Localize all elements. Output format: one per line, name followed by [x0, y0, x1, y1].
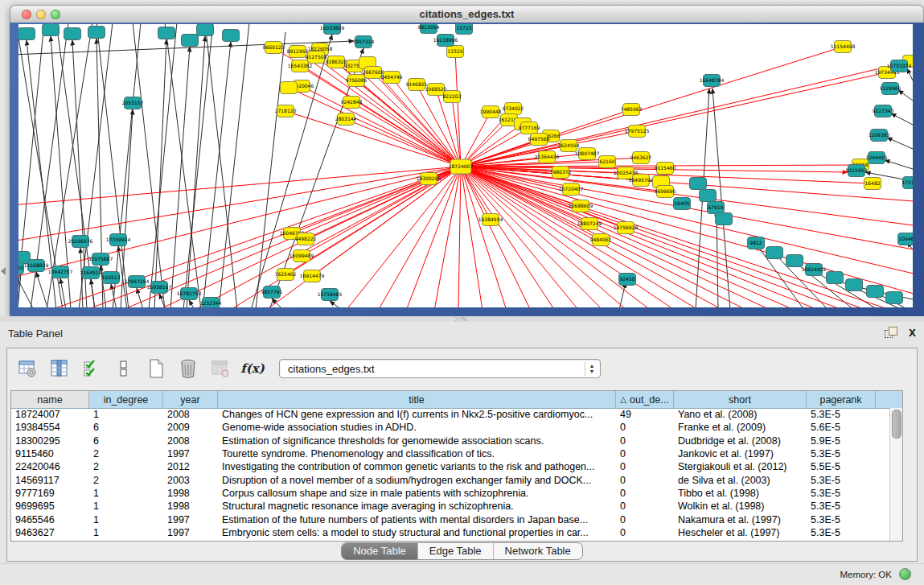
network-edge[interactable] [91, 279, 95, 307]
network-node[interactable] [886, 292, 903, 304]
table-cell[interactable]: 1997 [163, 514, 218, 525]
table-cell[interactable]: 18724007 [11, 409, 89, 420]
network-canvas[interactable]: 1830029586601238912955182260589127503165… [18, 24, 913, 307]
network-window-titlebar[interactable]: citations_edges.txt [10, 5, 924, 23]
network-node[interactable] [716, 213, 733, 225]
network-edge[interactable] [251, 35, 332, 307]
panel-collapse-arrow-icon[interactable] [1, 267, 6, 275]
network-edge[interactable] [165, 24, 201, 307]
table-cell[interactable]: 5.3E-5 [807, 501, 876, 512]
table-cell[interactable]: Embryonic stem cells: a model to study s… [218, 527, 616, 538]
network-edge[interactable] [272, 299, 283, 307]
table-cell[interactable]: Disruption of a novel member of a sodium… [218, 475, 616, 486]
table-cell[interactable]: 5.3E-5 [807, 448, 876, 459]
panel-splitter[interactable] [0, 316, 924, 322]
table-cell[interactable]: Yano et al. (2008) [674, 409, 807, 420]
table-cell[interactable]: 5.3E-5 [807, 527, 876, 538]
network-edge[interactable] [458, 167, 461, 307]
table-row[interactable]: 1872400712008Changes of HCN gene express… [11, 408, 890, 421]
network-node[interactable] [846, 279, 863, 291]
network-edge[interactable] [113, 24, 141, 307]
table-cell[interactable]: 0 [616, 501, 674, 512]
network-edge[interactable] [461, 167, 796, 307]
table-cell[interactable]: 1998 [163, 488, 218, 499]
row-height-icon[interactable] [112, 356, 136, 381]
table-cell[interactable]: 14569117 [11, 475, 89, 486]
table-cell[interactable]: 5.3E-5 [807, 409, 876, 420]
table-row[interactable]: 911546021997Tourette syndrome. Phenomeno… [11, 447, 890, 460]
table-cell[interactable]: 5.6E-5 [807, 422, 876, 433]
network-edge[interactable] [189, 300, 195, 307]
column-header-short[interactable]: short [674, 391, 807, 408]
table-cell[interactable]: Franke et al. (2009) [674, 422, 807, 433]
network-edge[interactable] [289, 88, 461, 167]
table-cell[interactable]: 1997 [163, 448, 218, 459]
network-node[interactable] [18, 28, 35, 40]
citation-network-graph[interactable]: 1830029586601238912955182260589127503165… [18, 24, 913, 307]
network-edge[interactable] [170, 47, 190, 307]
network-edge[interactable] [351, 102, 461, 167]
network-edge[interactable] [205, 24, 237, 307]
column-header-year[interactable]: year [163, 391, 218, 408]
network-edge[interactable] [891, 113, 913, 125]
column-header-name[interactable]: name [11, 391, 89, 408]
close-panel-icon[interactable]: x [909, 327, 916, 338]
network-edge[interactable] [717, 211, 718, 307]
network-edge[interactable] [60, 278, 66, 307]
table-cell[interactable]: 9463627 [11, 527, 89, 538]
table-cell[interactable]: 2 [89, 448, 163, 459]
memory-ok-indicator[interactable] [899, 568, 911, 580]
table-cell[interactable]: 6 [89, 422, 163, 433]
table-cell[interactable]: 0 [616, 475, 674, 486]
table-cell[interactable]: 1 [89, 527, 163, 538]
table-cell[interactable]: 49 [616, 409, 674, 420]
network-edge[interactable] [455, 51, 461, 167]
splitter-grip-icon[interactable] [455, 317, 466, 321]
table-settings-icon[interactable] [15, 356, 39, 381]
network-edge[interactable] [461, 61, 911, 167]
column-header-in_degree[interactable]: in_degree [89, 391, 163, 408]
table-cell[interactable]: 1997 [163, 527, 218, 538]
table-row[interactable]: 946362711997Embryonic stem cells: a mode… [11, 526, 890, 539]
table-cell[interactable]: 2008 [163, 409, 218, 420]
table-vertical-scrollbar[interactable] [889, 408, 902, 541]
network-edge[interactable] [346, 167, 461, 307]
function-builder-icon[interactable]: f(x) [240, 356, 265, 381]
table-cell[interactable]: 5.9E-5 [807, 435, 876, 447]
table-cell[interactable]: Wolkin et al. (1998) [674, 501, 807, 512]
network-edge[interactable] [36, 272, 48, 307]
table-cell[interactable]: Investigating the contribution of common… [218, 461, 616, 472]
table-cell[interactable]: 2003 [163, 475, 218, 486]
table-cell[interactable]: 0 [616, 422, 674, 433]
network-node[interactable] [43, 24, 60, 36]
network-node[interactable] [766, 247, 783, 259]
table-cell[interactable]: 18300295 [11, 435, 89, 447]
table-cell[interactable]: Nakamura et al. (1997) [674, 514, 807, 525]
table-cell[interactable]: 22420046 [11, 461, 89, 472]
network-edge[interactable] [461, 167, 483, 307]
float-panel-icon[interactable] [885, 327, 897, 338]
network-edge[interactable] [406, 167, 461, 307]
network-node[interactable] [223, 30, 240, 42]
network-edge[interactable] [461, 167, 820, 307]
table-cell[interactable]: Estimation of significance thresholds fo… [218, 435, 616, 447]
table-cell[interactable]: 0 [616, 527, 674, 538]
table-cell[interactable]: Hescheler et al. (1997) [674, 527, 807, 538]
network-node[interactable] [700, 190, 717, 202]
network-edge[interactable] [907, 68, 913, 80]
network-edge[interactable] [219, 24, 249, 307]
table-row[interactable]: 1456911722003Disruption of a novel membe… [11, 473, 890, 486]
table-cell[interactable]: 9465546 [11, 514, 89, 525]
network-edge[interactable] [885, 160, 913, 169]
network-node[interactable] [690, 178, 707, 190]
network-edge[interactable] [137, 288, 143, 307]
tab-network-table[interactable]: Network Table [494, 543, 582, 559]
table-cell[interactable]: 2 [89, 475, 163, 486]
network-node[interactable] [182, 35, 199, 47]
table-cell[interactable]: 1 [89, 501, 163, 512]
table-row[interactable]: 2242004622012Investigating the contribut… [11, 460, 890, 473]
table-cell[interactable]: Tourette syndrome. Phenomenology and cla… [218, 448, 616, 459]
column-header-pagerank[interactable]: pagerank [807, 391, 876, 408]
table-cell[interactable]: 5.3E-5 [807, 475, 876, 486]
table-row[interactable]: 946554611997Estimation of the future num… [11, 513, 890, 525]
